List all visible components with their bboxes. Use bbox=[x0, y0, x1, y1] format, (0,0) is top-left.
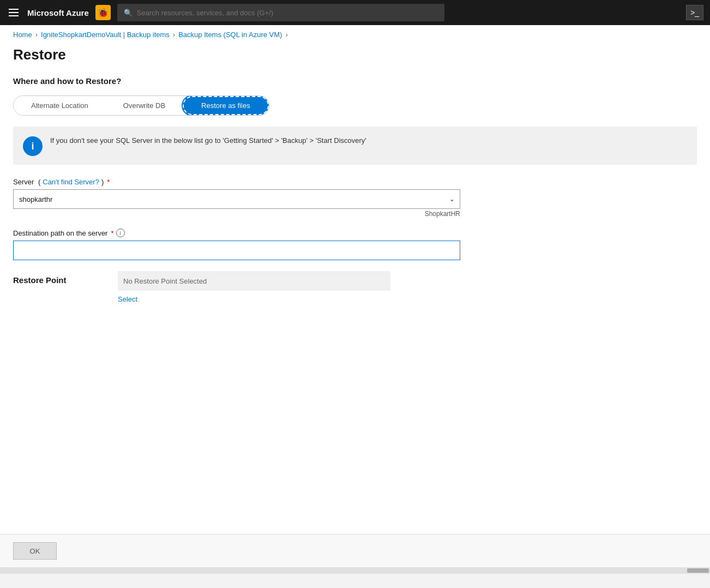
main-wrapper: Home › IgniteShopkartDemoVault | Backup … bbox=[0, 25, 710, 567]
cant-find-server-link[interactable]: Can't find Server? bbox=[43, 178, 99, 186]
dest-path-info-icon[interactable]: i bbox=[116, 229, 125, 237]
tab-overwrite-db[interactable]: Overwrite DB bbox=[106, 96, 183, 115]
breadcrumb-home[interactable]: Home bbox=[13, 31, 32, 39]
scrollbar[interactable] bbox=[0, 567, 710, 574]
restore-point-label: Restore Point bbox=[13, 271, 100, 285]
server-select-wrapper: shopkarthrShopkartHR ⌄ bbox=[13, 189, 460, 209]
page-title: Restore bbox=[0, 42, 710, 76]
server-hint: ShopkartHR bbox=[13, 210, 460, 218]
ok-button[interactable]: OK bbox=[13, 542, 57, 560]
topbar: Microsoft Azure 🐞 🔍 >_ bbox=[0, 0, 710, 25]
scroll-thumb[interactable] bbox=[687, 568, 709, 573]
restore-point-right: No Restore Point Selected Select bbox=[118, 271, 390, 303]
breadcrumb-sep-1: › bbox=[35, 31, 38, 39]
spacer bbox=[0, 425, 710, 535]
restore-point-select-link[interactable]: Select bbox=[118, 295, 390, 303]
server-select[interactable]: shopkarthrShopkartHR bbox=[13, 189, 460, 209]
dest-path-required-indicator: * bbox=[111, 229, 113, 237]
dest-path-field-group: Destination path on the server * i bbox=[13, 229, 697, 260]
info-text: If you don't see your SQL Server in the … bbox=[50, 135, 366, 146]
info-icon: i bbox=[23, 136, 43, 156]
server-field-group: Server ( Can't find Server? ) * shopkart… bbox=[13, 178, 697, 218]
restore-point-section: Restore Point No Restore Point Selected … bbox=[13, 271, 697, 303]
server-label: Server ( Can't find Server? ) * bbox=[13, 178, 697, 186]
dest-path-label: Destination path on the server * i bbox=[13, 229, 697, 237]
content-area: Where and how to Restore? Alternate Loca… bbox=[0, 76, 710, 425]
app-title: Microsoft Azure bbox=[27, 8, 89, 17]
feedback-icon[interactable]: 🐞 bbox=[95, 5, 111, 20]
search-icon: 🔍 bbox=[124, 9, 133, 17]
hamburger-menu[interactable] bbox=[7, 7, 21, 19]
tab-alternate-location[interactable]: Alternate Location bbox=[14, 96, 106, 115]
dest-path-input[interactable] bbox=[13, 241, 460, 260]
bottom-bar: OK bbox=[0, 534, 710, 567]
tab-restore-as-files[interactable]: Restore as files bbox=[183, 96, 269, 115]
restore-point-display: No Restore Point Selected bbox=[118, 271, 390, 291]
search-bar[interactable]: 🔍 bbox=[117, 4, 444, 21]
breadcrumb-backup-items[interactable]: Backup Items (SQL in Azure VM) bbox=[178, 31, 282, 39]
info-box: i If you don't see your SQL Server in th… bbox=[13, 127, 697, 165]
restore-tabs: Alternate Location Overwrite DB Restore … bbox=[13, 95, 269, 116]
search-input[interactable] bbox=[137, 9, 438, 17]
breadcrumb-sep-3: › bbox=[285, 31, 287, 39]
server-required-indicator: * bbox=[107, 178, 110, 186]
breadcrumb-vault[interactable]: IgniteShopkartDemoVault | Backup items bbox=[41, 31, 170, 39]
section-title: Where and how to Restore? bbox=[13, 76, 697, 86]
terminal-button[interactable]: >_ bbox=[686, 5, 703, 20]
breadcrumb: Home › IgniteShopkartDemoVault | Backup … bbox=[0, 25, 710, 42]
breadcrumb-sep-2: › bbox=[173, 31, 175, 39]
